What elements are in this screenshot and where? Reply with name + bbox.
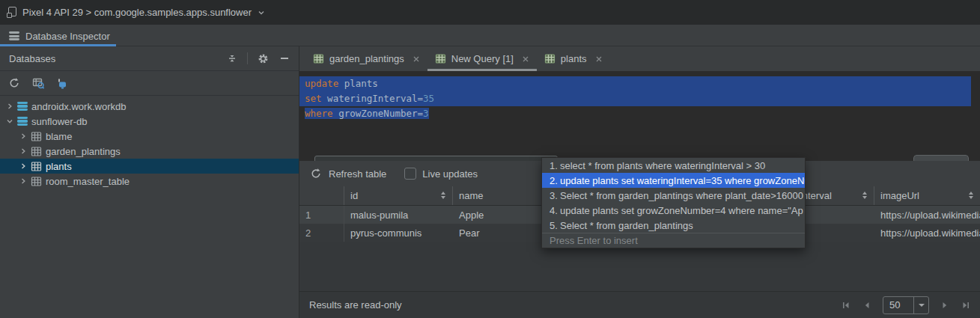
- sql-keyword: update: [305, 78, 338, 89]
- history-item[interactable]: 5.Select * from garden_plantings: [542, 218, 805, 233]
- chevron-right-icon[interactable]: [6, 103, 13, 110]
- refresh-icon[interactable]: [7, 76, 21, 90]
- tree-item-label: androidx.work.workdb: [31, 101, 126, 112]
- history-item-text: Select * from garden_plantings where pla…: [559, 190, 803, 201]
- chevron-right-icon[interactable]: [19, 147, 27, 155]
- database-icon: [9, 31, 19, 41]
- sort-icon[interactable]: [969, 192, 973, 199]
- tree-item-plants[interactable]: plants: [0, 159, 299, 174]
- sql-line-3: where growZoneNumber=3: [299, 106, 971, 121]
- databases-panel-header: Databases: [0, 46, 299, 71]
- database-icon: [17, 102, 28, 111]
- table-icon: [435, 53, 446, 64]
- toolbar-separator: [247, 52, 248, 64]
- id-cell[interactable]: malus-pumila: [344, 206, 453, 224]
- database-icon: [17, 117, 28, 126]
- sort-icon[interactable]: [862, 192, 867, 199]
- sql-text: plants: [338, 78, 378, 89]
- sql-text: wateringInterval=: [322, 93, 423, 104]
- table-icon: [544, 53, 556, 64]
- gear-icon[interactable]: [256, 52, 270, 65]
- history-item-selected[interactable]: 2.update plants set wateringInterval=35 …: [542, 173, 805, 188]
- tree-item-androidx-work-workdb[interactable]: androidx.work.workdb: [0, 99, 299, 114]
- first-page-icon[interactable]: [841, 300, 851, 311]
- close-icon[interactable]: [595, 55, 603, 63]
- tree-item-blame[interactable]: blame: [0, 129, 299, 144]
- column-label: name: [459, 190, 484, 201]
- column-header-id[interactable]: id: [344, 186, 453, 205]
- inspector-tab-label: Database Inspector: [25, 31, 110, 42]
- table-icon: [31, 176, 42, 187]
- process-bar: Pixel 4 API 29 > com.google.samples.apps…: [0, 0, 980, 25]
- tree-item-label: plants: [46, 161, 72, 172]
- tab-label: New Query [1]: [451, 53, 514, 64]
- collapse-all-icon[interactable]: [225, 52, 239, 65]
- image-url-cell[interactable]: https://upload.wikimedia: [874, 224, 980, 242]
- last-page-icon[interactable]: [961, 300, 971, 311]
- sql-code[interactable]: update plants set wateringInterval=35 wh…: [299, 76, 980, 121]
- tree-item-sunflower-db[interactable]: sunflower-db: [0, 114, 299, 129]
- tree-item-label: sunflower-db: [31, 116, 87, 127]
- databases-panel-title: Databases: [9, 53, 55, 64]
- row-number-cell: 2: [299, 224, 344, 242]
- tab-label: garden_plantings: [329, 53, 404, 64]
- live-updates-checkbox[interactable]: [404, 168, 416, 180]
- page-size-dropdown[interactable]: 50: [883, 296, 929, 314]
- column-header-rownum: [299, 186, 344, 205]
- keep-connections-open-icon[interactable]: [55, 76, 69, 90]
- sql-editor[interactable]: update plants set wateringInterval=35 wh…: [299, 71, 980, 161]
- close-icon[interactable]: [413, 55, 420, 63]
- tab-garden-plantings[interactable]: garden_plantings: [305, 46, 427, 71]
- history-item-text: select * from plants where wateringInter…: [559, 160, 765, 171]
- tab-plants[interactable]: plants: [537, 46, 610, 71]
- close-icon[interactable]: [522, 55, 529, 63]
- previous-page-icon[interactable]: [862, 300, 872, 311]
- history-item[interactable]: 4.update plants set growZoneNumber=4 whe…: [542, 203, 805, 218]
- tab-database-inspector[interactable]: Database Inspector: [0, 25, 122, 46]
- column-label: imageUrl: [880, 190, 919, 201]
- history-item[interactable]: 3.Select * from garden_plantings where p…: [542, 188, 805, 203]
- table-icon: [31, 131, 42, 142]
- chevron-right-icon[interactable]: [19, 162, 27, 170]
- databases-panel: Databases: [0, 46, 299, 318]
- tab-new-query-1[interactable]: New Query [1]: [427, 46, 537, 71]
- chevron-right-icon[interactable]: [19, 132, 27, 140]
- refresh-table-label[interactable]: Refresh table: [329, 168, 386, 180]
- chevron-down-icon[interactable]: [6, 117, 13, 125]
- refresh-table-icon[interactable]: [309, 167, 323, 180]
- history-popup-hint: Press Enter to insert: [542, 233, 805, 248]
- results-status-bar: Results are read-only 50: [299, 291, 980, 318]
- query-history-popup: 1.select * from plants where wateringInt…: [541, 157, 806, 248]
- history-item-number: 1.: [542, 160, 559, 171]
- history-item[interactable]: 1.select * from plants where wateringInt…: [542, 158, 805, 173]
- process-selector[interactable]: Pixel 4 API 29 > com.google.samples.apps…: [22, 7, 252, 18]
- image-url-cell[interactable]: https://upload.wikimedia: [874, 206, 980, 224]
- sql-keyword: where: [305, 108, 333, 119]
- databases-tree: androidx.work.workdb sunflower-db blame …: [0, 96, 299, 189]
- history-item-number: 4.: [542, 205, 559, 216]
- tree-item-garden-plantings[interactable]: garden_plantings: [0, 144, 299, 159]
- inspector-tab-bar: Database Inspector: [0, 25, 980, 46]
- results-status-text: Results are read-only: [309, 299, 402, 311]
- sort-icon[interactable]: [441, 192, 445, 199]
- live-updates-label: Live updates: [422, 168, 478, 180]
- table-icon: [31, 161, 42, 172]
- sql-number: 3: [423, 108, 429, 119]
- column-header-image-url[interactable]: imageUrl: [874, 186, 980, 205]
- hide-panel-icon[interactable]: [278, 52, 291, 65]
- chevron-down-icon[interactable]: [257, 8, 266, 17]
- tab-label: plants: [561, 53, 587, 64]
- device-icon: [7, 7, 17, 18]
- tree-item-room-master-table[interactable]: room_master_table: [0, 174, 299, 189]
- tree-item-label: room_master_table: [46, 176, 130, 187]
- chevron-right-icon[interactable]: [19, 177, 27, 185]
- next-page-icon[interactable]: [940, 300, 950, 311]
- id-cell[interactable]: pyrus-communis: [344, 224, 453, 242]
- history-item-number: 3.: [542, 190, 559, 201]
- tree-item-label: blame: [46, 131, 72, 142]
- pagination-controls: 50: [841, 296, 971, 314]
- row-number-cell: 1: [299, 206, 344, 224]
- tree-item-label: garden_plantings: [46, 146, 121, 157]
- database-inspector-window: Pixel 4 API 29 > com.google.samples.apps…: [0, 0, 980, 318]
- run-sql-icon[interactable]: [31, 76, 45, 90]
